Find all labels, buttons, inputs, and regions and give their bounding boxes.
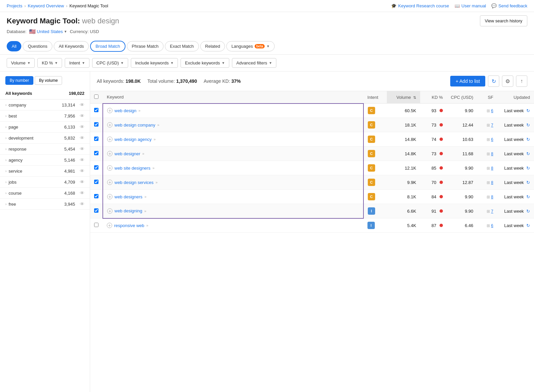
eye-icon[interactable]: 👁	[80, 135, 84, 141]
row-checkbox-cell[interactable]	[90, 175, 103, 190]
tab-phrase-match[interactable]: Phrase Match	[127, 41, 164, 51]
eye-icon[interactable]: 👁	[80, 201, 84, 207]
th-sf[interactable]: SF	[477, 91, 497, 104]
export-button[interactable]: ↑	[516, 75, 527, 87]
sf-link[interactable]: 6	[491, 109, 493, 113]
intent-filter[interactable]: Intent ▼	[65, 58, 89, 68]
list-item[interactable]: › jobs 4,709 👁	[0, 177, 90, 188]
keyword-link[interactable]: + web site designers »	[107, 165, 359, 171]
keyword-arrow-icon[interactable]: »	[139, 109, 141, 113]
volume-filter[interactable]: Volume ▼	[7, 58, 35, 68]
refresh-icon[interactable]: ↻	[526, 194, 530, 199]
th-kd[interactable]: KD %	[420, 91, 447, 104]
keyword-arrow-icon[interactable]: »	[154, 137, 156, 141]
tab-languages[interactable]: Languages beta ▼	[226, 41, 275, 51]
refresh-icon[interactable]: ↻	[526, 223, 530, 228]
keyword-link[interactable]: + web designer »	[107, 151, 359, 156]
list-item[interactable]: › company 13,314 👁	[0, 100, 90, 111]
eye-icon[interactable]: 👁	[80, 124, 84, 130]
keyword-add-icon[interactable]: +	[107, 194, 112, 199]
keyword-add-icon[interactable]: +	[107, 151, 112, 156]
advanced-filters-button[interactable]: Advanced filters ▼	[232, 58, 276, 68]
settings-button[interactable]: ⚙	[502, 75, 513, 87]
include-keywords-filter[interactable]: Include keywords ▼	[131, 58, 178, 68]
kd-filter[interactable]: KD % ▼	[37, 58, 62, 68]
keyword-add-icon[interactable]: +	[107, 108, 112, 113]
tab-exact-match[interactable]: Exact Match	[165, 41, 199, 51]
keyword-add-icon[interactable]: +	[107, 122, 112, 128]
database-selector[interactable]: 🇺🇸 United States ▼	[29, 28, 67, 35]
select-all-checkbox[interactable]	[94, 94, 98, 99]
row-checkbox-cell[interactable]	[90, 161, 103, 175]
sf-link[interactable]: 8	[491, 166, 493, 171]
refresh-icon[interactable]: ↻	[526, 123, 530, 128]
keyword-arrow-icon[interactable]: »	[157, 123, 159, 127]
sf-link[interactable]: 8	[491, 152, 493, 156]
eye-icon[interactable]: 👁	[80, 190, 84, 196]
keyword-link[interactable]: + web design services »	[107, 180, 359, 185]
row-checkbox-cell[interactable]	[90, 118, 103, 132]
keyword-add-icon[interactable]: +	[107, 208, 112, 214]
keyword-arrow-icon[interactable]: »	[145, 195, 147, 199]
th-updated[interactable]: Updated	[497, 91, 534, 104]
keyword-arrow-icon[interactable]: »	[142, 152, 144, 156]
refresh-icon[interactable]: ↻	[526, 166, 530, 171]
row-checkbox-cell[interactable]	[90, 132, 103, 147]
list-item[interactable]: › page 6,133 👁	[0, 122, 90, 133]
tab-all-keywords[interactable]: All Keywords	[54, 41, 89, 51]
row-checkbox[interactable]	[94, 180, 98, 184]
eye-icon[interactable]: 👁	[80, 102, 84, 108]
row-checkbox[interactable]	[94, 137, 98, 141]
eye-icon[interactable]: 👁	[80, 168, 84, 174]
row-checkbox[interactable]	[94, 122, 98, 127]
row-checkbox-cell[interactable]	[90, 104, 103, 118]
row-checkbox-cell[interactable]	[90, 190, 103, 204]
keyword-arrow-icon[interactable]: »	[153, 166, 155, 170]
view-search-history-button[interactable]: View search history	[480, 15, 527, 26]
keyword-link[interactable]: + responsive web »	[107, 223, 359, 228]
exclude-keywords-filter[interactable]: Exclude keywords ▼	[181, 58, 229, 68]
tab-questions[interactable]: Questions	[23, 41, 52, 51]
list-item[interactable]: › agency 5,146 👁	[0, 155, 90, 166]
sf-link[interactable]: 7	[491, 123, 493, 128]
list-item[interactable]: › best 7,956 👁	[0, 111, 90, 122]
eye-icon[interactable]: 👁	[80, 146, 84, 152]
keyword-add-icon[interactable]: +	[107, 223, 112, 228]
sf-link[interactable]: 6	[491, 137, 493, 142]
group-by-number-button[interactable]: By number	[5, 76, 33, 85]
row-checkbox-cell[interactable]	[90, 147, 103, 161]
row-checkbox-cell[interactable]	[90, 218, 103, 233]
sf-link[interactable]: 6	[491, 223, 493, 228]
row-checkbox[interactable]	[94, 223, 98, 227]
refresh-icon[interactable]: ↻	[526, 108, 530, 113]
refresh-icon[interactable]: ↻	[526, 209, 530, 214]
cpc-filter[interactable]: CPC (USD) ▼	[92, 58, 128, 68]
list-item[interactable]: › service 4,981 👁	[0, 166, 90, 177]
refresh-icon[interactable]: ↻	[526, 180, 530, 185]
row-checkbox[interactable]	[94, 194, 98, 198]
keyword-arrow-icon[interactable]: »	[146, 223, 148, 227]
th-volume[interactable]: Volume ⇅	[387, 91, 420, 104]
list-item[interactable]: › free 3,945 👁	[0, 199, 90, 210]
keyword-arrow-icon[interactable]: »	[156, 180, 158, 184]
sf-link[interactable]: 8	[491, 180, 493, 185]
refresh-icon[interactable]: ↻	[526, 137, 530, 142]
eye-icon[interactable]: 👁	[80, 179, 84, 185]
tab-broad-match[interactable]: Broad Match	[90, 41, 125, 52]
send-feedback-link[interactable]: 💬 Send feedback	[491, 3, 527, 8]
row-checkbox[interactable]	[94, 108, 98, 112]
th-cpc[interactable]: CPC (USD)	[447, 91, 477, 104]
group-by-volume-button[interactable]: By volume	[35, 76, 62, 85]
breadcrumb-keyword-overview[interactable]: Keyword Overview	[28, 3, 64, 8]
eye-icon[interactable]: 👁	[80, 157, 84, 163]
list-item[interactable]: › course 4,168 👁	[0, 188, 90, 199]
row-checkbox[interactable]	[94, 151, 98, 155]
keyword-link[interactable]: + web design company »	[107, 122, 359, 128]
keyword-add-icon[interactable]: +	[107, 137, 112, 142]
keyword-link[interactable]: + web design agency »	[107, 137, 359, 142]
keyword-link[interactable]: + web designing »	[107, 208, 359, 214]
row-checkbox-cell[interactable]	[90, 204, 103, 218]
eye-icon[interactable]: 👁	[80, 113, 84, 119]
keyword-link[interactable]: + web designers »	[107, 194, 359, 199]
sf-link[interactable]: 7	[491, 209, 493, 214]
